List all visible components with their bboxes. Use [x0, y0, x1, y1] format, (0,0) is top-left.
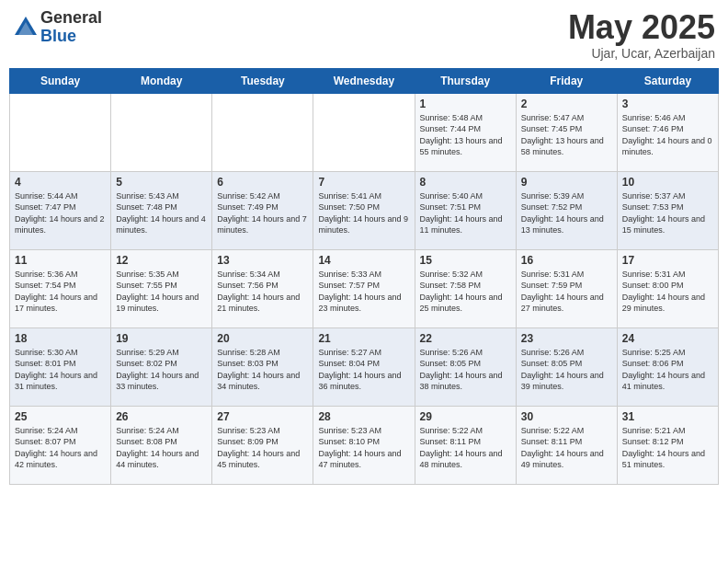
day-info: Sunrise: 5:26 AMSunset: 8:05 PMDaylight:…	[521, 348, 604, 392]
day-number: 23	[521, 332, 612, 345]
day-number: 11	[15, 254, 106, 267]
day-info: Sunrise: 5:42 AMSunset: 7:49 PMDaylight:…	[217, 191, 307, 236]
header-day-monday: Monday	[111, 68, 212, 93]
day-number: 22	[420, 332, 511, 345]
day-info: Sunrise: 5:26 AMSunset: 8:05 PMDaylight:…	[420, 348, 503, 392]
day-number: 27	[217, 410, 308, 423]
week-row-3: 11 Sunrise: 5:36 AMSunset: 7:54 PMDaylig…	[10, 249, 719, 327]
day-number: 17	[622, 254, 713, 267]
day-info: Sunrise: 5:39 AMSunset: 7:52 PMDaylight:…	[521, 191, 604, 236]
day-number: 1	[420, 98, 511, 110]
calendar-cell: 7 Sunrise: 5:41 AMSunset: 7:50 PMDayligh…	[313, 171, 415, 249]
calendar-cell: 10 Sunrise: 5:37 AMSunset: 7:53 PMDaylig…	[617, 171, 718, 249]
calendar-body: 1 Sunrise: 5:48 AMSunset: 7:44 PMDayligh…	[10, 93, 719, 484]
calendar-cell: 21 Sunrise: 5:27 AMSunset: 8:04 PMDaylig…	[313, 327, 415, 406]
page-header: General Blue May 2025 Ujar, Ucar, Azerba…	[9, 9, 719, 61]
day-number: 6	[217, 176, 308, 189]
week-row-5: 25 Sunrise: 5:24 AMSunset: 8:07 PMDaylig…	[10, 406, 719, 484]
calendar-cell: 16 Sunrise: 5:31 AMSunset: 7:59 PMDaylig…	[516, 249, 617, 327]
header-day-saturday: Saturday	[617, 68, 718, 93]
calendar-cell: 6 Sunrise: 5:42 AMSunset: 7:49 PMDayligh…	[212, 171, 313, 249]
calendar-cell: 31 Sunrise: 5:21 AMSunset: 8:12 PMDaylig…	[617, 406, 718, 484]
day-number: 9	[521, 176, 612, 189]
calendar-cell: 1 Sunrise: 5:48 AMSunset: 7:44 PMDayligh…	[415, 93, 516, 171]
day-info: Sunrise: 5:36 AMSunset: 7:54 PMDaylight:…	[15, 270, 97, 314]
day-info: Sunrise: 5:48 AMSunset: 7:44 PMDaylight:…	[420, 113, 503, 157]
calendar-cell: 17 Sunrise: 5:31 AMSunset: 8:00 PMDaylig…	[617, 249, 718, 327]
month-title: May 2025	[568, 9, 715, 46]
calendar-cell: 8 Sunrise: 5:40 AMSunset: 7:51 PMDayligh…	[415, 171, 516, 249]
logo-text: General Blue	[40, 9, 102, 46]
day-info: Sunrise: 5:22 AMSunset: 8:11 PMDaylight:…	[420, 426, 503, 470]
day-number: 24	[622, 332, 713, 345]
day-info: Sunrise: 5:41 AMSunset: 7:50 PMDaylight:…	[318, 191, 408, 236]
calendar-cell: 11 Sunrise: 5:36 AMSunset: 7:54 PMDaylig…	[10, 249, 111, 327]
calendar-cell: 13 Sunrise: 5:34 AMSunset: 7:56 PMDaylig…	[212, 249, 313, 327]
week-row-4: 18 Sunrise: 5:30 AMSunset: 8:01 PMDaylig…	[10, 327, 719, 406]
day-info: Sunrise: 5:31 AMSunset: 8:00 PMDaylight:…	[622, 270, 705, 314]
day-number: 3	[622, 98, 713, 110]
day-number: 20	[217, 332, 308, 345]
day-info: Sunrise: 5:28 AMSunset: 8:03 PMDaylight:…	[217, 348, 300, 392]
logo-icon	[13, 15, 39, 40]
day-number: 25	[15, 410, 106, 423]
logo-blue: Blue	[40, 28, 102, 46]
calendar-cell: 4 Sunrise: 5:44 AMSunset: 7:47 PMDayligh…	[10, 171, 111, 249]
calendar-cell: 29 Sunrise: 5:22 AMSunset: 8:11 PMDaylig…	[415, 406, 516, 484]
calendar-cell	[10, 93, 111, 171]
calendar-cell: 9 Sunrise: 5:39 AMSunset: 7:52 PMDayligh…	[516, 171, 617, 249]
location: Ujar, Ucar, Azerbaijan	[568, 46, 715, 61]
calendar-cell: 23 Sunrise: 5:26 AMSunset: 8:05 PMDaylig…	[516, 327, 617, 406]
day-number: 8	[420, 176, 511, 189]
day-info: Sunrise: 5:46 AMSunset: 7:46 PMDaylight:…	[622, 113, 712, 157]
day-info: Sunrise: 5:31 AMSunset: 7:59 PMDaylight:…	[521, 270, 604, 314]
calendar-cell	[111, 93, 212, 171]
header-day-wednesday: Wednesday	[313, 68, 415, 93]
day-info: Sunrise: 5:27 AMSunset: 8:04 PMDaylight:…	[318, 348, 401, 392]
title-block: May 2025 Ujar, Ucar, Azerbaijan	[568, 9, 715, 61]
day-info: Sunrise: 5:43 AMSunset: 7:48 PMDaylight:…	[116, 191, 206, 236]
calendar-cell: 19 Sunrise: 5:29 AMSunset: 8:02 PMDaylig…	[111, 327, 212, 406]
day-info: Sunrise: 5:30 AMSunset: 8:01 PMDaylight:…	[15, 348, 97, 392]
day-number: 21	[318, 332, 409, 345]
calendar-cell: 22 Sunrise: 5:26 AMSunset: 8:05 PMDaylig…	[415, 327, 516, 406]
header-day-thursday: Thursday	[415, 68, 516, 93]
calendar-cell: 26 Sunrise: 5:24 AMSunset: 8:08 PMDaylig…	[111, 406, 212, 484]
calendar-cell: 25 Sunrise: 5:24 AMSunset: 8:07 PMDaylig…	[10, 406, 111, 484]
calendar-cell	[212, 93, 313, 171]
day-info: Sunrise: 5:23 AMSunset: 8:10 PMDaylight:…	[318, 426, 401, 470]
day-info: Sunrise: 5:29 AMSunset: 8:02 PMDaylight:…	[116, 348, 199, 392]
day-number: 4	[15, 176, 106, 189]
logo-general: General	[40, 9, 102, 28]
day-info: Sunrise: 5:34 AMSunset: 7:56 PMDaylight:…	[217, 270, 300, 314]
logo: General Blue	[13, 9, 102, 46]
day-info: Sunrise: 5:23 AMSunset: 8:09 PMDaylight:…	[217, 426, 300, 470]
day-info: Sunrise: 5:22 AMSunset: 8:11 PMDaylight:…	[521, 426, 604, 470]
day-number: 18	[15, 332, 106, 345]
day-number: 15	[420, 254, 511, 267]
calendar-header: SundayMondayTuesdayWednesdayThursdayFrid…	[10, 68, 719, 93]
day-info: Sunrise: 5:35 AMSunset: 7:55 PMDaylight:…	[116, 270, 199, 314]
calendar-cell: 2 Sunrise: 5:47 AMSunset: 7:45 PMDayligh…	[516, 93, 617, 171]
week-row-2: 4 Sunrise: 5:44 AMSunset: 7:47 PMDayligh…	[10, 171, 719, 249]
day-number: 10	[622, 176, 713, 189]
calendar-cell: 14 Sunrise: 5:33 AMSunset: 7:57 PMDaylig…	[313, 249, 415, 327]
header-day-tuesday: Tuesday	[212, 68, 313, 93]
calendar-cell: 20 Sunrise: 5:28 AMSunset: 8:03 PMDaylig…	[212, 327, 313, 406]
day-info: Sunrise: 5:33 AMSunset: 7:57 PMDaylight:…	[318, 270, 401, 314]
day-info: Sunrise: 5:32 AMSunset: 7:58 PMDaylight:…	[420, 270, 503, 314]
header-day-sunday: Sunday	[10, 68, 111, 93]
calendar-table: SundayMondayTuesdayWednesdayThursdayFrid…	[9, 68, 719, 485]
day-number: 19	[116, 332, 207, 345]
day-number: 16	[521, 254, 612, 267]
day-info: Sunrise: 5:24 AMSunset: 8:08 PMDaylight:…	[116, 426, 199, 470]
day-number: 5	[116, 176, 207, 189]
day-info: Sunrise: 5:44 AMSunset: 7:47 PMDaylight:…	[15, 191, 105, 236]
day-number: 31	[622, 410, 713, 423]
calendar-cell: 24 Sunrise: 5:25 AMSunset: 8:06 PMDaylig…	[617, 327, 718, 406]
day-info: Sunrise: 5:37 AMSunset: 7:53 PMDaylight:…	[622, 191, 705, 236]
day-info: Sunrise: 5:21 AMSunset: 8:12 PMDaylight:…	[622, 426, 705, 470]
calendar-cell	[313, 93, 415, 171]
day-number: 28	[318, 410, 409, 423]
calendar-cell: 30 Sunrise: 5:22 AMSunset: 8:11 PMDaylig…	[516, 406, 617, 484]
